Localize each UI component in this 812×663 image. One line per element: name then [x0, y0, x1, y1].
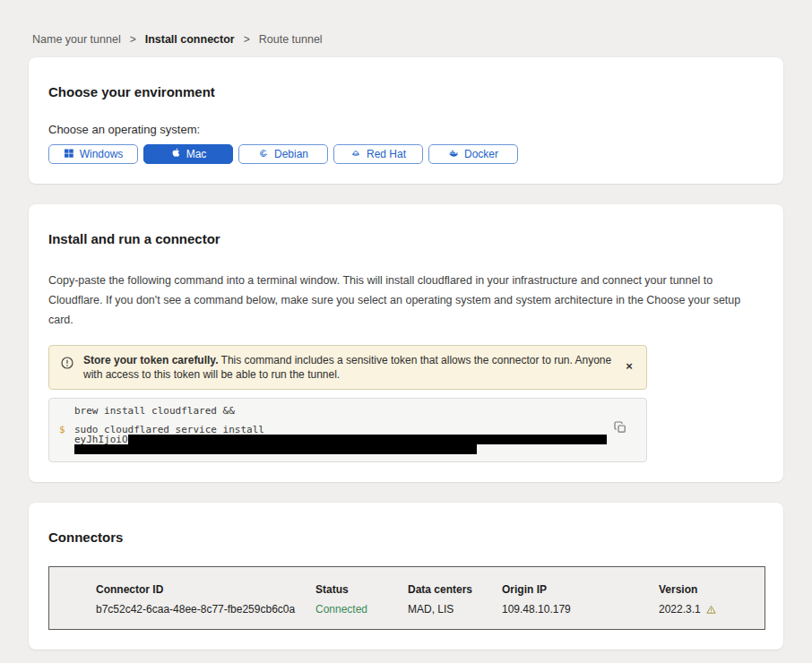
install-card-title: Install and run a connector — [48, 231, 764, 246]
os-button-debian[interactable]: Debian — [238, 144, 328, 164]
token-warning-bold: Store your token carefully. — [83, 354, 219, 366]
version-value: 2022.3.1 — [659, 603, 764, 616]
os-button-redhat[interactable]: Red Hat — [333, 144, 423, 164]
apple-icon — [170, 148, 181, 161]
os-button-label: Windows — [80, 148, 124, 160]
install-description: Copy-paste the following command into a … — [48, 271, 764, 330]
os-button-docker[interactable]: Docker — [428, 144, 518, 164]
warning-triangle-icon — [705, 604, 717, 616]
connector-row: b7c52c42-6caa-48ee-8c77-fbe259cb6c0a Con… — [96, 603, 764, 616]
shell-prompt: $ — [59, 425, 65, 435]
breadcrumb-step-name-tunnel[interactable]: Name your tunnel — [32, 33, 121, 46]
os-select-label: Choose an operating system: — [48, 123, 764, 136]
data-centers-value: MAD, LIS — [408, 603, 502, 616]
token-warning-banner: Store your token carefully. This command… — [48, 345, 647, 390]
redhat-icon — [350, 148, 361, 161]
choose-environment-card: Choose your environment Choose an operat… — [29, 57, 783, 184]
environment-card-title: Choose your environment — [48, 84, 764, 99]
docker-icon — [448, 148, 459, 161]
alert-circle-icon — [60, 356, 74, 370]
col-header-version: Version — [659, 583, 764, 596]
col-header-origin-ip: Origin IP — [502, 583, 659, 596]
windows-icon — [64, 148, 74, 161]
os-button-label: Debian — [274, 148, 308, 160]
connectors-table-header: Connector ID Status Data centers Origin … — [96, 583, 764, 596]
os-button-label: Mac — [186, 148, 207, 160]
status-badge: Connected — [315, 603, 408, 616]
redacted-token-bar — [128, 435, 607, 444]
os-button-mac[interactable]: Mac — [143, 144, 233, 164]
debian-icon — [258, 148, 269, 161]
col-header-data-centers: Data centers — [408, 583, 502, 596]
breadcrumb-separator: > — [244, 33, 250, 46]
breadcrumb: Name your tunnel > Install connector > R… — [0, 0, 812, 57]
breadcrumb-step-route-tunnel[interactable]: Route tunnel — [259, 33, 323, 46]
os-button-windows[interactable]: Windows — [48, 144, 138, 164]
os-button-group: Windows Mac Debian Red Hat Docker — [48, 144, 764, 164]
breadcrumb-step-install-connector[interactable]: Install connector — [145, 33, 235, 46]
os-button-label: Red Hat — [367, 148, 406, 160]
code-line-brew: brew install cloudflared && — [49, 406, 610, 416]
code-line-token: eyJhIjoiO — [49, 435, 610, 444]
connectors-card-title: Connectors — [48, 530, 764, 545]
copy-icon[interactable] — [613, 420, 627, 435]
version-number: 2022.3.1 — [659, 603, 701, 616]
token-prefix: eyJhIjoiO — [74, 435, 128, 444]
connectors-card: Connectors Connector ID Status Data cent… — [29, 503, 783, 650]
col-header-status: Status — [315, 583, 408, 596]
breadcrumb-separator: > — [130, 33, 136, 46]
install-connector-card: Install and run a connector Copy-paste t… — [29, 204, 783, 482]
col-header-connector-id: Connector ID — [96, 583, 315, 596]
connector-id-value: b7c52c42-6caa-48ee-8c77-fbe259cb6c0a — [96, 603, 315, 616]
os-button-label: Docker — [464, 148, 498, 160]
connectors-table: Connector ID Status Data centers Origin … — [48, 566, 765, 630]
redacted-token-bar — [74, 444, 477, 454]
code-line-service-install: sudo cloudflared service install — [49, 425, 610, 435]
token-warning-text: Store your token carefully. This command… — [83, 353, 614, 382]
install-command-codeblock: brew install cloudflared && $ sudo cloud… — [48, 398, 647, 462]
origin-ip-value: 109.48.10.179 — [502, 603, 659, 616]
close-icon[interactable]: × — [621, 358, 637, 375]
